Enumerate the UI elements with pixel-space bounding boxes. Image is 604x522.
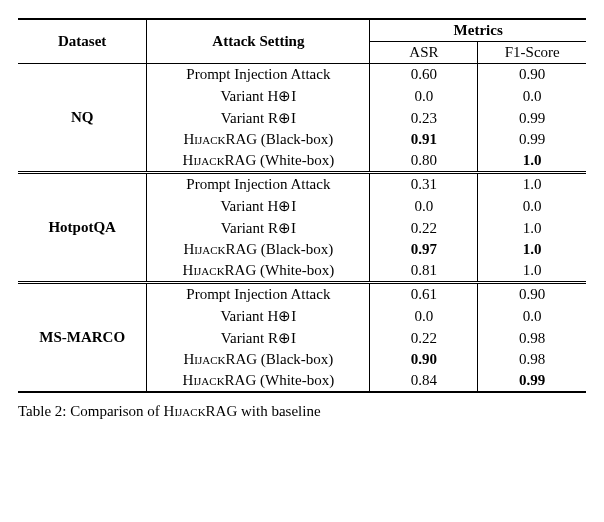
- dataset-nq: NQ: [18, 64, 147, 173]
- asr-cell: 0.61: [370, 283, 478, 306]
- asr-cell: 0.80: [370, 150, 478, 173]
- attack-setting-cell: HijackRAG (White-box): [147, 370, 370, 392]
- f1-cell: 1.0: [478, 150, 586, 173]
- attack-setting-cell: Variant H⊕I: [147, 305, 370, 327]
- asr-cell: 0.91: [370, 129, 478, 150]
- asr-cell: 0.31: [370, 173, 478, 196]
- f1-cell: 0.99: [478, 129, 586, 150]
- asr-cell: 0.22: [370, 217, 478, 239]
- f1-cell: 0.0: [478, 85, 586, 107]
- attack-setting-cell: HijackRAG (Black-box): [147, 349, 370, 370]
- asr-cell: 0.60: [370, 64, 478, 86]
- attack-setting-cell: Variant H⊕I: [147, 85, 370, 107]
- dataset-msmarco: MS-MARCO: [18, 283, 147, 393]
- table-caption: Table 2: Comparison of HijackRAG with ba…: [18, 403, 586, 420]
- header-asr: ASR: [370, 42, 478, 64]
- attack-setting-cell: Variant R⊕I: [147, 107, 370, 129]
- attack-setting-cell: HijackRAG (Black-box): [147, 239, 370, 260]
- table-row: HotpotQA Prompt Injection Attack 0.31 1.…: [18, 173, 586, 196]
- results-table: Dataset Attack Setting Metrics ASR F1-Sc…: [18, 18, 586, 393]
- attack-setting-cell: HijackRAG (Black-box): [147, 129, 370, 150]
- attack-setting-cell: Variant R⊕I: [147, 217, 370, 239]
- f1-cell: 0.90: [478, 64, 586, 86]
- attack-setting-cell: HijackRAG (White-box): [147, 150, 370, 173]
- f1-cell: 0.99: [478, 107, 586, 129]
- header-f1: F1-Score: [478, 42, 586, 64]
- attack-setting-cell: Variant R⊕I: [147, 327, 370, 349]
- attack-setting-cell: Prompt Injection Attack: [147, 64, 370, 86]
- attack-setting-cell: Variant H⊕I: [147, 195, 370, 217]
- asr-cell: 0.23: [370, 107, 478, 129]
- attack-setting-cell: Prompt Injection Attack: [147, 173, 370, 196]
- f1-cell: 0.0: [478, 305, 586, 327]
- f1-cell: 0.98: [478, 327, 586, 349]
- f1-cell: 0.98: [478, 349, 586, 370]
- f1-cell: 0.99: [478, 370, 586, 392]
- asr-cell: 0.22: [370, 327, 478, 349]
- f1-cell: 1.0: [478, 217, 586, 239]
- f1-cell: 0.0: [478, 195, 586, 217]
- header-metrics: Metrics: [370, 19, 586, 42]
- asr-cell: 0.84: [370, 370, 478, 392]
- header-attack: Attack Setting: [147, 19, 370, 64]
- attack-setting-cell: HijackRAG (White-box): [147, 260, 370, 283]
- asr-cell: 0.0: [370, 305, 478, 327]
- asr-cell: 0.81: [370, 260, 478, 283]
- table-row: NQ Prompt Injection Attack 0.60 0.90: [18, 64, 586, 86]
- f1-cell: 1.0: [478, 239, 586, 260]
- table-row: MS-MARCO Prompt Injection Attack 0.61 0.…: [18, 283, 586, 306]
- asr-cell: 0.90: [370, 349, 478, 370]
- dataset-hotpotqa: HotpotQA: [18, 173, 147, 283]
- header-dataset: Dataset: [18, 19, 147, 64]
- asr-cell: 0.0: [370, 85, 478, 107]
- attack-setting-cell: Prompt Injection Attack: [147, 283, 370, 306]
- asr-cell: 0.97: [370, 239, 478, 260]
- f1-cell: 1.0: [478, 173, 586, 196]
- asr-cell: 0.0: [370, 195, 478, 217]
- f1-cell: 1.0: [478, 260, 586, 283]
- f1-cell: 0.90: [478, 283, 586, 306]
